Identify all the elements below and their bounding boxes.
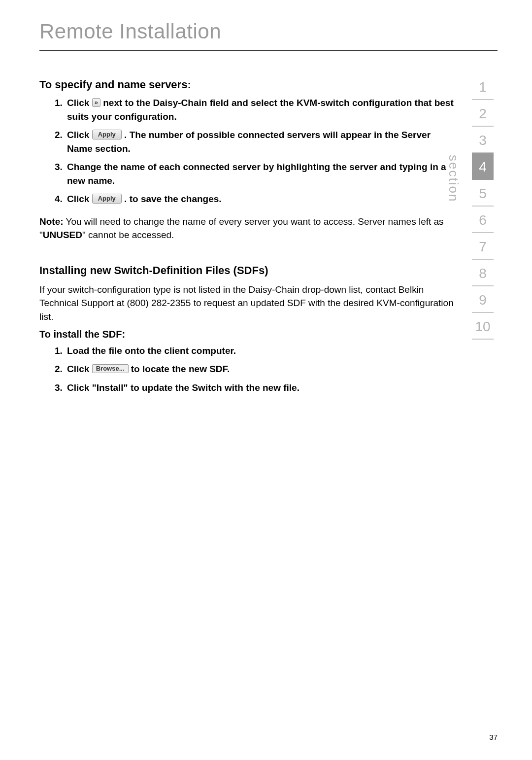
sdf-step-3-text: Click "Install" to update the Switch wit… [67, 382, 299, 393]
sdf-step-2: Click Browse... to locate the new SDF. [65, 362, 458, 376]
section-tab-5[interactable]: 5 [472, 180, 494, 207]
step-3-text: Change the name of each connected server… [67, 162, 446, 186]
section-tab-7[interactable]: 7 [472, 233, 494, 260]
step-2-text-a: Click [67, 130, 92, 140]
document-page: Remote Installation To specify and name … [0, 0, 532, 760]
step-1-text-a: Click [67, 98, 92, 108]
heading-install-sdf: To install the SDF: [39, 329, 458, 340]
sdf-step-3: Click "Install" to update the Switch wit… [65, 381, 458, 395]
heading-installing-sdf: Installing new Switch-Definition Files (… [39, 264, 458, 277]
step-4: Click Apply . to save the changes. [65, 192, 458, 206]
step-3: Change the name of each connected server… [65, 160, 458, 187]
browse-button[interactable]: Browse... [92, 364, 129, 373]
sdf-step-1: Load the file onto the client computer. [65, 344, 458, 358]
section-nav-list: 12345678910 [468, 73, 498, 340]
page-number: 37 [489, 733, 498, 741]
section-label: section [446, 155, 461, 202]
step-4-text-b: . to save the changes. [124, 194, 221, 204]
steps-specify-servers: Click » next to the Daisy-Chain field an… [39, 96, 458, 206]
note-label: Note: [39, 216, 64, 227]
section-tab-4[interactable]: 4 [472, 153, 494, 180]
apply-button[interactable]: Apply [92, 130, 122, 139]
content-row: To specify and name servers: Click » nex… [39, 78, 498, 403]
main-content: To specify and name servers: Click » nex… [39, 78, 468, 403]
sdf-paragraph: If your switch-configuration type is not… [39, 283, 458, 324]
note-unused: UNUSED [43, 230, 82, 240]
step-1-text-b: next to the Daisy-Chain field and select… [67, 98, 454, 122]
step-2: Click Apply . The number of possible con… [65, 128, 458, 155]
note-paragraph: Note: You will need to change the name o… [39, 215, 458, 242]
chevron-icon[interactable]: » [92, 98, 100, 107]
sdf-step-1-text: Load the file onto the client computer. [67, 345, 236, 356]
section-tab-9[interactable]: 9 [472, 286, 494, 313]
section-tab-6[interactable]: 6 [472, 207, 494, 233]
sdf-step-2-text-a: Click [67, 364, 92, 374]
apply-button-2[interactable]: Apply [92, 194, 122, 204]
sdf-step-2-text-b: to locate the new SDF. [131, 364, 230, 374]
page-title: Remote Installation [39, 20, 498, 51]
section-tab-1[interactable]: 1 [472, 73, 494, 100]
section-tab-10[interactable]: 10 [472, 313, 494, 340]
steps-install-sdf: Load the file onto the client computer. … [39, 344, 458, 395]
heading-specify-servers: To specify and name servers: [39, 78, 458, 91]
step-1: Click » next to the Daisy-Chain field an… [65, 96, 458, 123]
section-tab-2[interactable]: 2 [472, 100, 494, 127]
note-text-b: " cannot be accessed. [82, 230, 174, 240]
section-sidebar: 12345678910 section [468, 73, 498, 403]
step-4-text-a: Click [67, 194, 92, 204]
section-tab-8[interactable]: 8 [472, 260, 494, 286]
section-tab-3[interactable]: 3 [472, 127, 494, 153]
